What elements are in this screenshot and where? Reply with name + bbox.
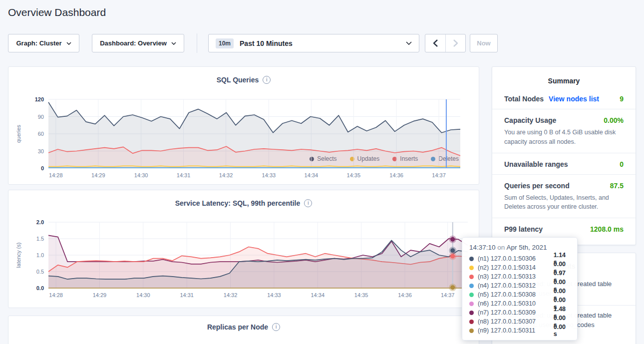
svg-text:14:34: 14:34: [305, 172, 319, 178]
svg-text:14:34: 14:34: [311, 292, 325, 298]
svg-text:120: 120: [35, 96, 44, 102]
svg-text:1.5: 1.5: [36, 236, 44, 242]
summary-title: Summary: [492, 67, 636, 88]
page-title: Overview Dashboard: [8, 6, 106, 18]
svg-text:2.0: 2.0: [36, 219, 44, 225]
node-address: (n5) 127.0.0.1:50308: [478, 291, 550, 298]
sql-queries-title: SQL Queries: [217, 76, 259, 84]
node-color-dot: [469, 257, 474, 261]
tooltip-row: (n9) 127.0.0.1:503110.00 s: [469, 326, 570, 335]
service-latency-card: Service Latency: SQL, 99th percentile i …: [8, 190, 479, 308]
svg-text:14:36: 14:36: [389, 172, 403, 178]
dashboard-dropdown-label: Dashboard: Overview: [100, 39, 167, 47]
sql-queries-card: SQL Queries i SelectsUpdatesInsertsDelet…: [8, 66, 479, 185]
chart-hover-tooltip: 14:37:10 on Apr 5th, 2021 (n1) 127.0.0.1…: [462, 237, 578, 341]
node-color-dot: [469, 311, 474, 315]
summary-row-total-nodes: Total Nodes View nodes list 9: [492, 88, 636, 109]
chevron-down-icon: [406, 41, 412, 45]
chevron-right-icon: [453, 39, 458, 47]
chevron-down-icon: [171, 42, 176, 45]
svg-text:14:37: 14:37: [432, 172, 446, 178]
node-color-dot: [469, 302, 474, 306]
node-address: (n7) 127.0.0.1:50309: [478, 309, 550, 316]
svg-text:queries: queries: [15, 124, 21, 143]
unavailable-ranges-value: 0: [620, 160, 624, 168]
svg-text:14:35: 14:35: [354, 292, 368, 298]
svg-text:0: 0: [41, 165, 44, 171]
node-color-dot: [469, 266, 474, 270]
view-nodes-list-link[interactable]: View nodes list: [549, 95, 599, 103]
qps-caption: Sum of Selects, Updates, Inserts, and De…: [504, 193, 624, 212]
svg-text:0.5: 0.5: [36, 269, 44, 275]
capacity-usage-value: 0.00%: [604, 116, 624, 124]
capacity-usage-caption: You are using 0 B of 4.5 GiB usable disk…: [504, 128, 624, 147]
node-color-dot: [469, 320, 474, 324]
service-latency-chart[interactable]: 0.00.51.01.52.014:2814:2914:3014:3114:32…: [12, 215, 476, 306]
svg-text:14:33: 14:33: [267, 292, 281, 298]
svg-text:14:36: 14:36: [398, 292, 412, 298]
now-button-label: Now: [477, 39, 490, 47]
node-address: (n4) 127.0.0.1:50312: [478, 282, 550, 289]
chart-canvas[interactable]: 030609012014:2814:2914:3014:3114:3214:33…: [12, 93, 476, 184]
node-latency-value: 0.00 s: [554, 324, 570, 338]
node-address: (n6) 127.0.0.1:50310: [478, 300, 550, 307]
node-color-dot: [469, 293, 474, 297]
time-step-group: [425, 34, 466, 52]
total-nodes-value: 9: [620, 95, 624, 103]
total-nodes-label: Total Nodes: [504, 95, 544, 103]
p99-latency-value: 1208.0 ms: [590, 225, 624, 233]
graph-dropdown-label: Graph: Cluster: [16, 39, 61, 47]
node-address: (n8) 127.0.0.1:50307: [478, 318, 550, 325]
svg-text:0.0: 0.0: [36, 285, 44, 291]
svg-text:14:35: 14:35: [347, 172, 361, 178]
tooltip-timestamp: 14:37:10 on Apr 5th, 2021: [469, 244, 570, 251]
node-address: (n9) 127.0.0.1:50311: [478, 327, 550, 334]
now-button[interactable]: Now: [470, 34, 498, 52]
time-range-badge: 10m: [216, 38, 234, 48]
time-prev-button[interactable]: [425, 34, 445, 52]
time-next-button[interactable]: [445, 34, 465, 52]
controls-divider: [197, 33, 197, 53]
tooltip-rows: (n1) 127.0.0.1:503061.14 s(n2) 127.0.0.1…: [469, 254, 570, 335]
node-color-dot: [469, 284, 474, 288]
summary-row-qps: Queries per second 87.5 Sum of Selects, …: [492, 175, 636, 219]
node-color-dot: [469, 329, 474, 333]
qps-value: 87.5: [610, 182, 624, 190]
svg-text:14:32: 14:32: [219, 172, 233, 178]
time-range-dropdown[interactable]: 10m Past 10 Minutes: [208, 34, 419, 52]
svg-text:14:30: 14:30: [134, 172, 148, 178]
info-icon[interactable]: i: [263, 76, 271, 84]
replicas-title: Replicas per Node: [207, 323, 268, 331]
p99-latency-label: P99 latency: [504, 225, 543, 233]
svg-text:14:31: 14:31: [177, 172, 191, 178]
info-icon[interactable]: i: [272, 323, 280, 331]
node-color-dot: [469, 275, 474, 279]
svg-text:1.0: 1.0: [36, 252, 44, 258]
summary-row-unavailable: Unavailable ranges 0: [492, 153, 636, 175]
svg-text:14:32: 14:32: [224, 292, 238, 298]
svg-text:14:28: 14:28: [49, 292, 63, 298]
graph-dropdown[interactable]: Graph: Cluster: [8, 34, 79, 52]
service-latency-title: Service Latency: SQL, 99th percentile: [175, 199, 301, 207]
node-address: (n1) 127.0.0.1:50306: [478, 255, 550, 262]
dashboard-dropdown[interactable]: Dashboard: Overview: [92, 34, 184, 52]
replicas-card: Replicas per Node i: [8, 316, 479, 344]
chart-canvas[interactable]: 0.00.51.01.52.014:2814:2914:3014:3114:32…: [12, 215, 476, 304]
svg-text:14:37: 14:37: [441, 292, 455, 298]
chevron-left-icon: [433, 39, 438, 47]
svg-text:14:30: 14:30: [136, 292, 150, 298]
svg-text:90: 90: [38, 114, 44, 120]
sql-queries-chart[interactable]: 030609012014:2814:2914:3014:3114:3214:33…: [12, 93, 476, 186]
unavailable-ranges-label: Unavailable ranges: [504, 160, 568, 168]
svg-text:14:28: 14:28: [49, 172, 63, 178]
node-address: (n3) 127.0.0.1:50313: [478, 273, 550, 280]
svg-text:60: 60: [38, 131, 44, 137]
summary-panel: Summary Total Nodes View nodes list 9 Ca…: [492, 66, 636, 245]
chevron-down-icon: [66, 42, 71, 45]
svg-text:14:31: 14:31: [180, 292, 194, 298]
svg-text:latency (s): latency (s): [15, 243, 21, 268]
qps-label: Queries per second: [504, 182, 570, 190]
info-icon[interactable]: i: [304, 199, 312, 207]
summary-row-p99: P99 latency 1208.0 ms: [492, 218, 636, 239]
summary-row-capacity: Capacity Usage 0.00% You are using 0 B o…: [492, 109, 636, 153]
